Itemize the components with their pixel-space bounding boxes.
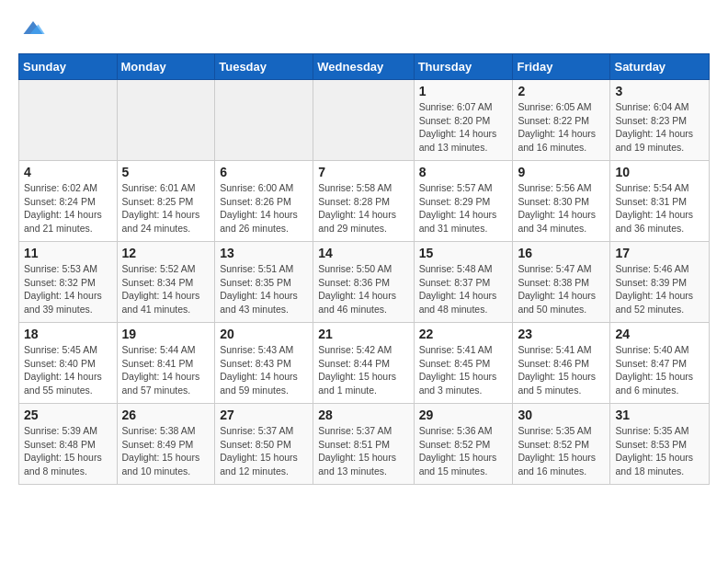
calendar-cell: 11Sunrise: 5:53 AM Sunset: 8:32 PM Dayli… xyxy=(19,242,118,323)
day-number: 17 xyxy=(615,246,704,260)
calendar-cell: 12Sunrise: 5:52 AM Sunset: 8:34 PM Dayli… xyxy=(117,242,215,323)
week-row-1: 1Sunrise: 6:07 AM Sunset: 8:20 PM Daylig… xyxy=(19,80,710,161)
day-info: Sunrise: 5:35 AM Sunset: 8:52 PM Dayligh… xyxy=(518,424,605,478)
day-number: 27 xyxy=(220,408,308,422)
calendar-cell: 23Sunrise: 5:41 AM Sunset: 8:46 PM Dayli… xyxy=(513,323,610,404)
day-info: Sunrise: 5:38 AM Sunset: 8:49 PM Dayligh… xyxy=(122,424,210,478)
day-number: 29 xyxy=(419,408,508,422)
day-number: 3 xyxy=(615,84,704,98)
day-info: Sunrise: 5:54 AM Sunset: 8:31 PM Dayligh… xyxy=(615,181,704,236)
day-info: Sunrise: 5:58 AM Sunset: 8:28 PM Dayligh… xyxy=(318,181,408,236)
calendar-cell: 3Sunrise: 6:04 AM Sunset: 8:23 PM Daylig… xyxy=(610,80,710,161)
weekday-header-saturday: Saturday xyxy=(610,54,710,80)
day-number: 8 xyxy=(419,165,508,179)
day-number: 11 xyxy=(24,246,112,260)
calendar-cell xyxy=(117,80,215,161)
calendar-cell: 10Sunrise: 5:54 AM Sunset: 8:31 PM Dayli… xyxy=(610,161,710,242)
day-number: 15 xyxy=(419,246,508,260)
calendar-cell: 17Sunrise: 5:46 AM Sunset: 8:39 PM Dayli… xyxy=(610,242,710,323)
calendar-cell xyxy=(19,80,118,161)
day-number: 25 xyxy=(24,408,112,422)
logo-icon xyxy=(20,15,46,40)
day-info: Sunrise: 5:43 AM Sunset: 8:43 PM Dayligh… xyxy=(220,343,308,397)
day-info: Sunrise: 5:42 AM Sunset: 8:44 PM Dayligh… xyxy=(318,343,408,397)
calendar-cell: 28Sunrise: 5:37 AM Sunset: 8:51 PM Dayli… xyxy=(313,404,414,485)
weekday-header-monday: Monday xyxy=(117,54,215,80)
calendar-cell: 18Sunrise: 5:45 AM Sunset: 8:40 PM Dayli… xyxy=(19,323,118,404)
day-info: Sunrise: 6:04 AM Sunset: 8:23 PM Dayligh… xyxy=(615,100,704,155)
day-info: Sunrise: 5:57 AM Sunset: 8:29 PM Dayligh… xyxy=(419,181,508,236)
weekday-header-friday: Friday xyxy=(513,54,610,80)
week-row-4: 18Sunrise: 5:45 AM Sunset: 8:40 PM Dayli… xyxy=(19,323,710,404)
calendar-cell: 5Sunrise: 6:01 AM Sunset: 8:25 PM Daylig… xyxy=(117,161,215,242)
day-number: 20 xyxy=(220,327,308,341)
day-number: 19 xyxy=(122,327,210,341)
day-number: 24 xyxy=(615,327,704,341)
calendar-cell: 8Sunrise: 5:57 AM Sunset: 8:29 PM Daylig… xyxy=(414,161,513,242)
day-info: Sunrise: 5:45 AM Sunset: 8:40 PM Dayligh… xyxy=(24,343,112,397)
calendar-cell: 19Sunrise: 5:44 AM Sunset: 8:41 PM Dayli… xyxy=(117,323,215,404)
day-number: 4 xyxy=(24,165,112,179)
day-info: Sunrise: 5:41 AM Sunset: 8:46 PM Dayligh… xyxy=(518,343,605,397)
calendar-cell: 1Sunrise: 6:07 AM Sunset: 8:20 PM Daylig… xyxy=(414,80,513,161)
calendar-cell: 16Sunrise: 5:47 AM Sunset: 8:38 PM Dayli… xyxy=(513,242,610,323)
day-number: 22 xyxy=(419,327,508,341)
page: SundayMondayTuesdayWednesdayThursdayFrid… xyxy=(0,0,728,500)
calendar-cell: 31Sunrise: 5:35 AM Sunset: 8:53 PM Dayli… xyxy=(610,404,710,485)
day-info: Sunrise: 5:51 AM Sunset: 8:35 PM Dayligh… xyxy=(220,262,308,316)
calendar-table: SundayMondayTuesdayWednesdayThursdayFrid… xyxy=(18,53,710,485)
day-info: Sunrise: 5:56 AM Sunset: 8:30 PM Dayligh… xyxy=(518,181,605,236)
day-info: Sunrise: 6:00 AM Sunset: 8:26 PM Dayligh… xyxy=(220,181,308,236)
day-number: 23 xyxy=(518,327,605,341)
day-info: Sunrise: 5:48 AM Sunset: 8:37 PM Dayligh… xyxy=(419,262,508,316)
day-info: Sunrise: 6:02 AM Sunset: 8:24 PM Dayligh… xyxy=(24,181,112,236)
calendar-cell: 22Sunrise: 5:41 AM Sunset: 8:45 PM Dayli… xyxy=(414,323,513,404)
day-info: Sunrise: 5:40 AM Sunset: 8:47 PM Dayligh… xyxy=(615,343,704,397)
header xyxy=(18,15,710,44)
day-info: Sunrise: 6:01 AM Sunset: 8:25 PM Dayligh… xyxy=(122,181,210,236)
day-info: Sunrise: 5:37 AM Sunset: 8:51 PM Dayligh… xyxy=(318,424,408,478)
day-info: Sunrise: 5:36 AM Sunset: 8:52 PM Dayligh… xyxy=(419,424,508,478)
day-number: 26 xyxy=(122,408,210,422)
day-info: Sunrise: 5:50 AM Sunset: 8:36 PM Dayligh… xyxy=(318,262,408,316)
calendar-cell: 29Sunrise: 5:36 AM Sunset: 8:52 PM Dayli… xyxy=(414,404,513,485)
day-info: Sunrise: 5:46 AM Sunset: 8:39 PM Dayligh… xyxy=(615,262,704,316)
weekday-header-row: SundayMondayTuesdayWednesdayThursdayFrid… xyxy=(19,54,710,80)
calendar-cell xyxy=(215,80,313,161)
day-info: Sunrise: 6:05 AM Sunset: 8:22 PM Dayligh… xyxy=(518,100,605,155)
calendar-cell: 13Sunrise: 5:51 AM Sunset: 8:35 PM Dayli… xyxy=(215,242,313,323)
weekday-header-wednesday: Wednesday xyxy=(313,54,414,80)
calendar-cell: 26Sunrise: 5:38 AM Sunset: 8:49 PM Dayli… xyxy=(117,404,215,485)
calendar-cell: 15Sunrise: 5:48 AM Sunset: 8:37 PM Dayli… xyxy=(414,242,513,323)
week-row-2: 4Sunrise: 6:02 AM Sunset: 8:24 PM Daylig… xyxy=(19,161,710,242)
day-number: 28 xyxy=(318,408,408,422)
day-info: Sunrise: 5:47 AM Sunset: 8:38 PM Dayligh… xyxy=(518,262,605,316)
calendar-cell: 30Sunrise: 5:35 AM Sunset: 8:52 PM Dayli… xyxy=(513,404,610,485)
week-row-3: 11Sunrise: 5:53 AM Sunset: 8:32 PM Dayli… xyxy=(19,242,710,323)
calendar-cell: 9Sunrise: 5:56 AM Sunset: 8:30 PM Daylig… xyxy=(513,161,610,242)
day-number: 14 xyxy=(318,246,408,260)
day-info: Sunrise: 5:37 AM Sunset: 8:50 PM Dayligh… xyxy=(220,424,308,478)
logo xyxy=(18,15,46,44)
day-info: Sunrise: 5:41 AM Sunset: 8:45 PM Dayligh… xyxy=(419,343,508,397)
day-info: Sunrise: 6:07 AM Sunset: 8:20 PM Dayligh… xyxy=(419,100,508,155)
weekday-header-thursday: Thursday xyxy=(414,54,513,80)
day-number: 16 xyxy=(518,246,605,260)
day-info: Sunrise: 5:44 AM Sunset: 8:41 PM Dayligh… xyxy=(122,343,210,397)
day-number: 10 xyxy=(615,165,704,179)
day-info: Sunrise: 5:39 AM Sunset: 8:48 PM Dayligh… xyxy=(24,424,112,478)
day-info: Sunrise: 5:35 AM Sunset: 8:53 PM Dayligh… xyxy=(615,424,704,478)
day-number: 18 xyxy=(24,327,112,341)
calendar-cell: 4Sunrise: 6:02 AM Sunset: 8:24 PM Daylig… xyxy=(19,161,118,242)
calendar-cell: 2Sunrise: 6:05 AM Sunset: 8:22 PM Daylig… xyxy=(513,80,610,161)
day-number: 13 xyxy=(220,246,308,260)
day-number: 12 xyxy=(122,246,210,260)
weekday-header-tuesday: Tuesday xyxy=(215,54,313,80)
weekday-header-sunday: Sunday xyxy=(19,54,118,80)
calendar-cell: 25Sunrise: 5:39 AM Sunset: 8:48 PM Dayli… xyxy=(19,404,118,485)
calendar-cell: 6Sunrise: 6:00 AM Sunset: 8:26 PM Daylig… xyxy=(215,161,313,242)
day-number: 5 xyxy=(122,165,210,179)
day-info: Sunrise: 5:52 AM Sunset: 8:34 PM Dayligh… xyxy=(122,262,210,316)
day-number: 21 xyxy=(318,327,408,341)
calendar-cell: 7Sunrise: 5:58 AM Sunset: 8:28 PM Daylig… xyxy=(313,161,414,242)
